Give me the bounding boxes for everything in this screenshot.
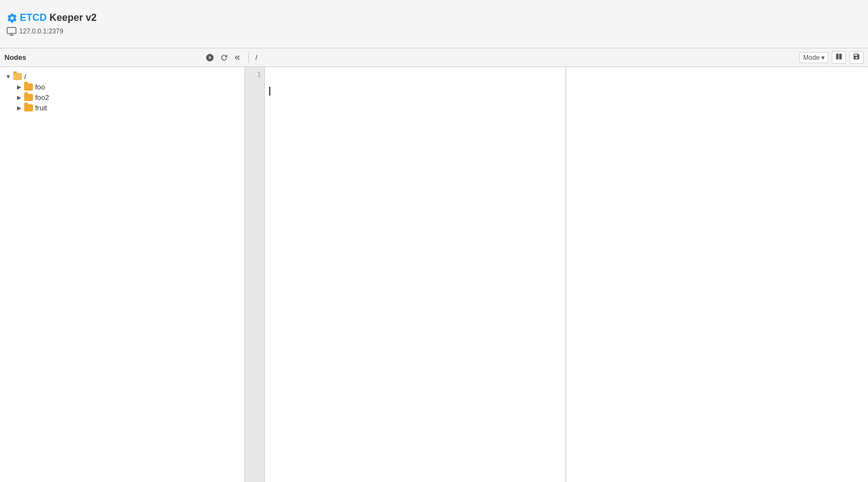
- folder-icon-root: [13, 73, 22, 80]
- nodes-panel-header: Nodes: [4, 52, 249, 63]
- monitor-icon: [7, 27, 16, 36]
- nodes-label: Nodes: [4, 53, 26, 61]
- app-title-row: ETCD Keeper v2: [7, 12, 861, 24]
- editor-content[interactable]: [265, 67, 565, 482]
- text-cursor: [269, 87, 270, 96]
- toolbar-icons: [204, 52, 244, 63]
- editor-toolbar: / Mode ▾: [249, 51, 864, 64]
- folder-icon-foo2: [24, 94, 33, 101]
- settings-button[interactable]: [204, 52, 215, 63]
- main: Nodes: [0, 48, 868, 482]
- folder-icon-foo: [24, 83, 33, 91]
- toolbar: Nodes: [0, 48, 868, 67]
- folder-icon-fruit: [24, 104, 33, 111]
- nodes-panel: / foo foo2 fruit: [0, 67, 245, 482]
- tree-label-foo2: foo2: [35, 93, 49, 102]
- path-display: /: [255, 53, 258, 61]
- tree-arrow-fruit: [15, 104, 23, 112]
- chevron-down-icon: ▾: [821, 54, 825, 61]
- collapse-button[interactable]: [233, 52, 244, 63]
- server-row: 127.0.0.1:2379: [7, 27, 861, 36]
- split-icon: [835, 53, 843, 60]
- editor-right-tools: Mode ▾: [799, 51, 864, 64]
- content: / foo foo2 fruit: [0, 67, 868, 482]
- app-title-etcd: ETCD: [20, 12, 47, 23]
- mode-label: Mode: [803, 54, 820, 61]
- collapse-icon: [234, 53, 243, 62]
- tree-label-foo: foo: [35, 83, 45, 91]
- line-numbers: 1: [245, 67, 265, 482]
- view-split-button[interactable]: [832, 51, 846, 64]
- tree-label-fruit: fruit: [35, 104, 47, 112]
- server-address: 127.0.0.1:2379: [19, 27, 63, 35]
- tree-arrow-foo: [15, 83, 23, 91]
- tree-arrow-root: [4, 73, 12, 81]
- header: ETCD Keeper v2 127.0.0.1:2379: [0, 0, 868, 48]
- line-number-1: 1: [245, 69, 264, 80]
- app-title-rest: Keeper v2: [47, 12, 97, 23]
- tree-arrow-foo2: [15, 94, 23, 102]
- save-icon: [853, 53, 860, 60]
- refresh-icon: [220, 53, 229, 62]
- editor-area: 1: [245, 67, 868, 482]
- settings-icon: [205, 53, 214, 62]
- mode-dropdown[interactable]: Mode ▾: [799, 52, 828, 63]
- refresh-button[interactable]: [219, 52, 230, 63]
- tree-label-root: /: [24, 72, 26, 81]
- tree-item-foo[interactable]: foo: [0, 82, 244, 92]
- editor-right-panel: [566, 67, 868, 482]
- gear-icon: [7, 13, 18, 24]
- tree-item-fruit[interactable]: fruit: [0, 103, 244, 113]
- tree-item-foo2[interactable]: foo2: [0, 92, 244, 103]
- app-title: ETCD Keeper v2: [20, 12, 97, 24]
- svg-rect-0: [7, 27, 16, 33]
- editor-cursor-line: [269, 86, 561, 97]
- editor-main: [265, 67, 566, 482]
- tree-item-root[interactable]: /: [0, 71, 244, 82]
- save-button[interactable]: [849, 51, 864, 64]
